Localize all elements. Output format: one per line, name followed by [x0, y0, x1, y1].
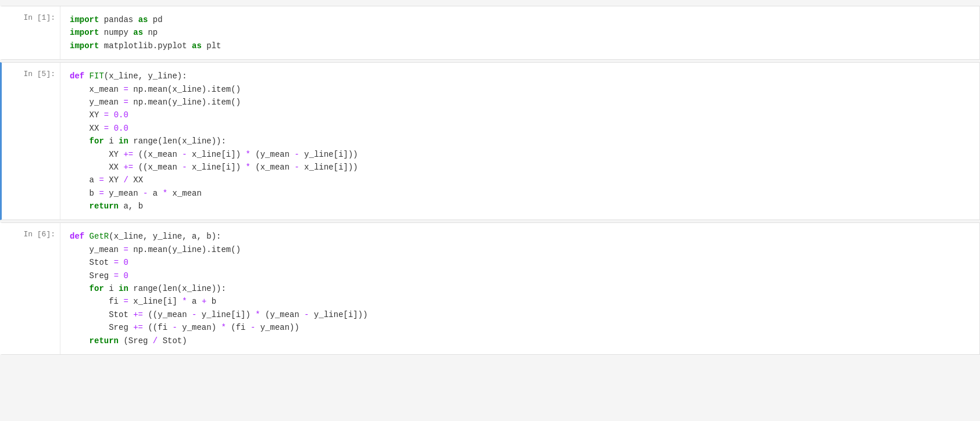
code-line: for i in range(len(x_line)):	[70, 282, 970, 295]
token-var: y_mean)	[177, 323, 221, 332]
token-pur: =	[123, 245, 128, 254]
code-line: import numpy as np	[70, 26, 970, 39]
token-var: plt	[202, 41, 221, 51]
token-var: Sreg	[70, 323, 133, 332]
token-var: np	[143, 28, 158, 37]
code-line: Sreg = 0	[70, 269, 970, 282]
code-line: x_mean = np.mean(x_line).item()	[70, 83, 970, 96]
code-line: XX = 0.0	[70, 122, 970, 135]
token-pur: =	[114, 271, 119, 280]
token-var: y_line[i])	[196, 310, 255, 319]
token-kw: for	[90, 284, 104, 293]
token-kw: for	[90, 136, 104, 146]
token-var: (x_line, y_line):	[104, 71, 187, 81]
token-var: x_line[i])	[187, 150, 246, 159]
code-line: def FIT(x_line, y_line):	[70, 70, 970, 82]
token-var: pd	[148, 15, 162, 24]
token-pur: =	[104, 124, 109, 133]
token-var: y_mean	[104, 189, 143, 198]
token-pur: =	[104, 110, 109, 120]
token-var: (Sreg	[119, 336, 153, 346]
cell-In-1[interactable]: In [1]:import pandas as pdimport numpy a…	[0, 6, 980, 60]
code-line: XY += ((x_mean - x_line[i]) * (y_mean - …	[70, 148, 970, 161]
code-line: fi = x_line[i] * a + b	[70, 295, 970, 308]
token-pur: +=	[123, 163, 133, 172]
token-var: XX	[128, 175, 143, 185]
code-line: a = XY / XX	[70, 174, 970, 186]
token-pur: +=	[123, 150, 133, 159]
token-var: range(len(x_line)):	[128, 284, 226, 293]
token-pur: 0.0	[114, 124, 128, 133]
token-var: (x_mean	[251, 163, 295, 172]
token-var: a, b	[119, 201, 143, 211]
token-pur: -	[295, 163, 299, 172]
token-pur: 0.0	[114, 110, 128, 120]
code-line: Stot = 0	[70, 256, 970, 269]
token-kw2: def	[70, 232, 84, 241]
token-var: b	[206, 297, 216, 306]
cell-label: In [5]:	[2, 63, 60, 220]
token-kw: import	[70, 15, 99, 24]
code-line: XX += ((x_mean - x_line[i]) * (x_mean - …	[70, 161, 970, 174]
token-pur: -	[295, 150, 299, 159]
token-pur: *	[255, 310, 260, 319]
token-var	[70, 336, 90, 346]
token-var	[70, 201, 90, 211]
token-var: x_line[i]	[128, 297, 182, 306]
token-kw: as	[138, 15, 148, 24]
token-var: numpy	[99, 28, 133, 37]
token-pur: -	[172, 323, 177, 332]
cell-In-5[interactable]: In [5]:def FIT(x_line, y_line): x_mean =…	[0, 62, 980, 220]
code-line: Stot += ((y_mean - y_line[i]) * (y_mean …	[70, 308, 970, 321]
token-fn2: FIT	[84, 71, 104, 81]
token-var: np.mean(y_line).item()	[128, 245, 241, 254]
token-kw: import	[70, 41, 99, 51]
token-kw: return	[90, 336, 119, 346]
token-var: Sreg	[70, 271, 114, 280]
token-kw: as	[192, 41, 202, 51]
code-line: return a, b	[70, 200, 970, 213]
token-pur: =	[123, 85, 128, 94]
token-var: i	[104, 136, 119, 146]
code-line: XY = 0.0	[70, 109, 970, 121]
token-pur: =	[123, 297, 128, 306]
token-var: a	[148, 189, 162, 198]
code-line: import matplotlib.pyplot as plt	[70, 39, 970, 52]
token-pur: -	[304, 310, 309, 319]
cell-label: In [6]:	[2, 223, 60, 354]
token-kw: import	[70, 28, 99, 37]
token-var: Stot	[70, 310, 133, 319]
token-var: x_mean	[167, 189, 202, 198]
cell-content: def FIT(x_line, y_line): x_mean = np.mea…	[60, 63, 979, 220]
cell-In-6[interactable]: In [6]:def GetR(x_line, y_line, a, b): y…	[0, 222, 980, 355]
token-pur: +=	[133, 323, 143, 332]
token-var: XY	[104, 175, 124, 185]
token-kw: as	[133, 28, 143, 37]
code-line: Sreg += ((fi - y_mean) * (fi - y_mean))	[70, 321, 970, 334]
notebook: In [1]:import pandas as pdimport numpy a…	[0, 0, 980, 363]
token-var: y_line[i]))	[309, 310, 368, 319]
token-pur: /	[123, 175, 128, 185]
token-var: a	[70, 175, 99, 185]
token-pur: *	[245, 150, 250, 159]
token-pur: *	[182, 297, 187, 306]
code-line: for i in range(len(x_line)):	[70, 135, 970, 147]
token-kw: return	[90, 201, 119, 211]
token-var: y_mean))	[255, 323, 299, 332]
token-var: np.mean(x_line).item()	[128, 85, 241, 94]
token-var	[70, 136, 90, 146]
token-var: (y_mean	[251, 150, 295, 159]
code-line: def GetR(x_line, y_line, a, b):	[70, 230, 970, 243]
token-var	[109, 110, 113, 120]
code-line: import pandas as pd	[70, 13, 970, 26]
token-pur: -	[182, 163, 187, 172]
token-var	[109, 124, 113, 133]
token-pur: =	[99, 175, 103, 185]
token-pur: 0	[123, 271, 128, 280]
token-var: matplotlib.pyplot	[99, 41, 192, 51]
token-var: (fi	[226, 323, 251, 332]
token-var: XX	[70, 124, 104, 133]
token-kw: in	[119, 136, 128, 146]
token-var: ((fi	[143, 323, 172, 332]
token-var: x_mean	[70, 85, 123, 94]
